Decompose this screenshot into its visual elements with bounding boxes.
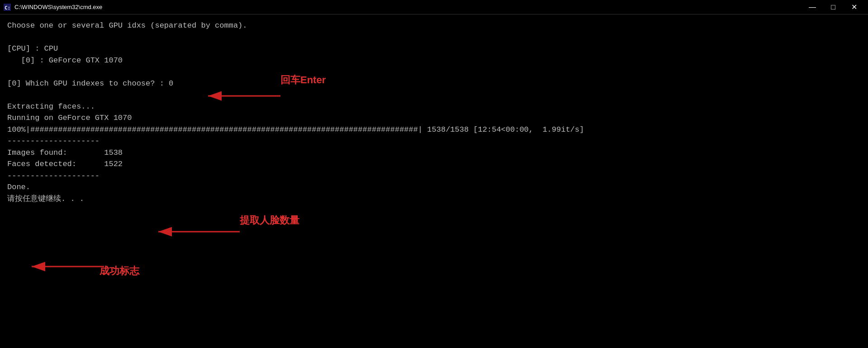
console-output: Choose one or several GPU idxs (separate…: [7, 20, 861, 205]
done-arrow: [27, 260, 118, 282]
faces-annotation-text: 提取人脸数量: [240, 214, 299, 227]
console-body: Choose one or several GPU idxs (separate…: [0, 14, 868, 348]
close-button[interactable]: ✕: [844, 0, 864, 14]
faces-arrow: [154, 220, 253, 243]
minimize-button[interactable]: —: [802, 0, 823, 14]
window-controls: — □ ✕: [802, 0, 864, 14]
done-annotation-text: 成功标志: [100, 264, 139, 278]
title-bar: C: C:\WINDOWS\system32\cmd.exe — □ ✕: [0, 0, 868, 14]
svg-text:C:: C:: [5, 5, 10, 11]
restore-button[interactable]: □: [823, 0, 844, 14]
cmd-icon: C:: [4, 4, 11, 11]
cmd-window: C: C:\WINDOWS\system32\cmd.exe — □ ✕ Cho…: [0, 0, 868, 348]
window-title: C:\WINDOWS\system32\cmd.exe: [14, 4, 102, 10]
title-bar-left: C: C:\WINDOWS\system32\cmd.exe: [4, 4, 102, 11]
